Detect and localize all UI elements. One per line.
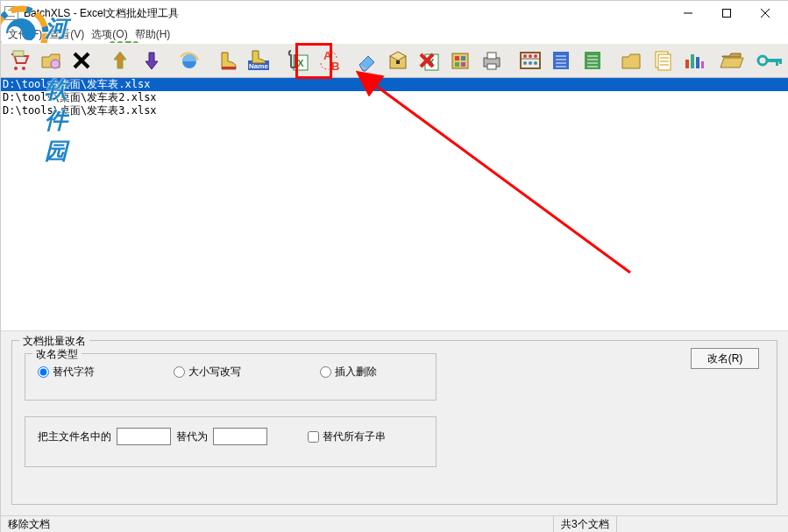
radio-insert-input[interactable] [320,366,331,378]
folder-icon[interactable] [616,46,646,75]
rename-type-group: 改名类型 替代字符 大小写改写 插入删除 [25,353,437,401]
svg-point-37 [523,61,527,65]
delete-red-icon[interactable]: X [415,46,444,75]
list-green-icon[interactable] [578,46,607,75]
svg-point-38 [529,61,532,65]
open-folder-icon[interactable] [36,46,66,75]
close-icon[interactable] [67,46,97,75]
ab-replace-icon[interactable]: AB [314,46,344,75]
list-item[interactable]: D:\tools\桌面\发车表3.xlsx [1,104,788,117]
replace-from-input[interactable] [117,428,171,445]
boot-icon[interactable] [213,46,243,75]
sheets-icon[interactable] [647,46,677,75]
rename-icon[interactable]: Name [244,46,273,75]
svg-point-59 [758,56,767,65]
svg-point-39 [534,61,537,65]
radio-replace-input[interactable] [38,366,49,378]
svg-rect-6 [13,51,24,56]
svg-rect-56 [691,54,694,68]
maximize-button[interactable] [707,1,746,25]
menu-bar: 文件(F) 查看(V) 选项(O) 帮助(H) [1,25,788,43]
svg-point-34 [523,54,527,58]
svg-rect-11 [222,67,236,69]
svg-rect-58 [701,61,704,68]
svg-rect-28 [461,62,465,67]
menu-help[interactable]: 帮助(H) [133,27,173,42]
replace-prefix-label: 把主文件名中的 [38,429,111,444]
title-bar: BatchXLS - Excel文档批处理工具 [1,1,788,25]
replace-group: 把主文件名中的 替代为 替代所有子串 [25,416,437,467]
minimize-button[interactable] [669,1,707,25]
svg-rect-62 [779,59,782,64]
workbook-icon[interactable] [445,46,475,75]
window-title: BatchXLS - Excel文档批处理工具 [24,6,179,21]
svg-point-7 [51,60,60,68]
radio-replace[interactable]: 替代字符 [38,365,95,379]
close-button[interactable] [746,1,784,25]
key-icon[interactable] [755,46,784,75]
svg-rect-60 [766,59,781,62]
menu-file[interactable]: 文件(F) [6,27,44,42]
radio-case[interactable]: 大小写改写 [174,365,241,379]
svg-point-36 [534,54,537,58]
list-item[interactable]: D:\tools\桌面\发车表2.xlsx [1,91,788,104]
svg-rect-57 [696,57,699,68]
svg-point-4 [14,67,18,70]
svg-point-35 [529,54,532,58]
menu-view[interactable]: 查看(V) [47,27,86,42]
arrow-down-icon[interactable] [137,46,167,75]
file-list[interactable]: D:\tools\桌面\发车表.xlsx D:\tools\桌面\发车表2.xl… [1,78,788,331]
replace-all-checkbox[interactable]: 替代所有子串 [308,429,386,444]
cart-icon[interactable] [4,46,34,75]
app-window: BatchXLS - Excel文档批处理工具 文件(F) 查看(V) 选项(O… [0,0,788,532]
svg-rect-19 [396,60,400,64]
svg-rect-55 [685,60,689,68]
app-icon [4,6,18,20]
list-blue-icon[interactable] [546,46,576,75]
chart-icon[interactable] [678,46,708,75]
folder-open-icon[interactable] [717,46,747,75]
rename-button[interactable]: 改名(R) [691,348,759,369]
status-right: 共3个文档 [554,516,617,532]
svg-rect-51 [658,54,671,70]
toolbar: Name X AB X [1,43,788,78]
svg-rect-31 [487,64,496,69]
list-item[interactable]: D:\tools\桌面\发车表.xlsx [1,78,788,91]
batch-rename-group: 文档批量改名 改名(R) 改名类型 替代字符 大小写改写 插入删除 [11,340,777,505]
eraser-icon[interactable] [351,46,381,75]
attach-excel-icon[interactable]: X [282,46,312,75]
replace-mid-label: 替代为 [176,429,208,444]
svg-rect-27 [455,62,459,67]
printer-icon[interactable] [477,46,507,75]
replace-to-input[interactable] [213,428,267,445]
svg-rect-61 [776,59,778,66]
status-left: 移除文档 [1,516,554,532]
radio-insert[interactable]: 插入删除 [320,365,377,379]
status-bar: 移除文档 共3个文档 [1,515,788,532]
svg-point-5 [22,67,25,70]
abacus-icon[interactable] [515,46,545,75]
rename-panel: 文档批量改名 改名(R) 改名类型 替代字符 大小写改写 插入删除 [1,330,788,516]
radio-case-input[interactable] [174,366,185,378]
menu-options[interactable]: 选项(O) [89,27,129,42]
svg-text:B: B [331,60,339,73]
package-icon[interactable] [383,46,413,75]
svg-rect-30 [487,53,496,59]
svg-rect-26 [461,56,465,60]
replace-all-input[interactable] [308,431,319,443]
svg-text:X: X [297,58,304,68]
type-group-title: 改名类型 [32,347,82,362]
ie-icon[interactable] [174,46,204,75]
svg-rect-24 [452,53,468,68]
svg-rect-25 [455,56,459,60]
arrow-up-icon[interactable] [105,46,135,75]
svg-rect-1 [723,10,731,18]
